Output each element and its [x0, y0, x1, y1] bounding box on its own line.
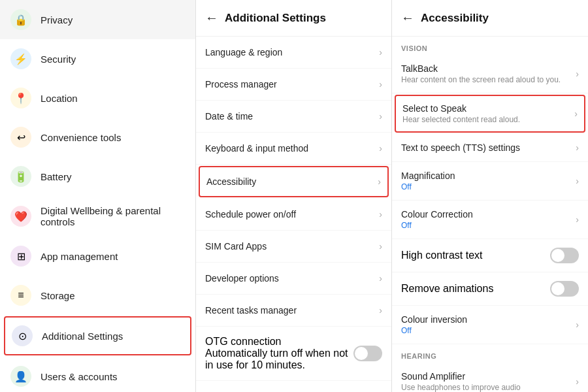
- chevron-icon-simcard: ›: [379, 241, 382, 252]
- right-sub-colour-correction: Off: [401, 221, 473, 230]
- middle-label-datetime: Date & time: [205, 111, 253, 122]
- users-icon: 👤: [10, 366, 31, 387]
- middle-back-arrow[interactable]: ←: [205, 10, 218, 25]
- middle-panel: ← Additional Settings Language & region›…: [196, 0, 392, 392]
- middle-label-simcard: SIM Card Apps: [205, 241, 267, 252]
- middle-item-language[interactable]: Language & region›: [196, 37, 391, 69]
- sidebar-label-storage: Storage: [41, 290, 75, 301]
- right-item-colour-correction[interactable]: Colour CorrectionOff›: [392, 201, 588, 239]
- middle-item-recommendations[interactable]: Get recommendations›: [196, 381, 391, 392]
- middle-item-schedule[interactable]: Schedule power on/off›: [196, 199, 391, 231]
- sidebar-label-security: Security: [41, 54, 76, 65]
- chevron-icon-colour-inversion: ›: [576, 319, 579, 330]
- sidebar-label-battery: Battery: [41, 171, 72, 182]
- sidebar-item-storage[interactable]: ≡Storage: [0, 276, 195, 315]
- chevron-icon-schedule: ›: [379, 209, 382, 220]
- toggle-high-contrast[interactable]: [550, 248, 579, 263]
- right-item-magnification[interactable]: MagnificationOff›: [392, 162, 588, 201]
- sidebar-item-app[interactable]: ⊞App management: [0, 237, 195, 276]
- storage-icon: ≡: [10, 285, 31, 306]
- chevron-icon-select-to-speak: ›: [574, 108, 578, 119]
- right-label-magnification: Magnification: [401, 171, 455, 181]
- convenience-icon: ↩: [10, 127, 31, 148]
- app-icon: ⊞: [10, 246, 31, 267]
- chevron-icon-developer: ›: [379, 273, 382, 284]
- right-label-colour-inversion: Colour inversion: [401, 314, 467, 325]
- privacy-icon: 🔒: [10, 9, 31, 30]
- right-item-tts[interactable]: Text to speech (TTS) settings›: [392, 134, 588, 162]
- right-item-remove-animations[interactable]: Remove animations: [392, 272, 588, 306]
- chevron-icon-accessibility: ›: [378, 176, 381, 187]
- right-label-select-to-speak: Select to Speak: [402, 103, 520, 114]
- middle-item-recent[interactable]: Recent tasks manager›: [196, 295, 391, 327]
- middle-item-keyboard[interactable]: Keyboard & input method›: [196, 133, 391, 165]
- chevron-icon-colour-correction: ›: [576, 214, 579, 225]
- sidebar-label-convenience: Convenience tools: [41, 132, 121, 143]
- sidebar-label-digital: Digital Wellbeing & parental controls: [41, 205, 185, 227]
- chevron-icon-talkback: ›: [576, 69, 579, 79]
- toggle-remove-animations[interactable]: [550, 281, 579, 297]
- security-icon: ⚡: [10, 48, 31, 69]
- sidebar-item-battery[interactable]: 🔋Battery: [0, 157, 195, 196]
- right-item-high-contrast[interactable]: High contrast text: [392, 239, 588, 272]
- middle-label-recent: Recent tasks manager: [205, 305, 297, 316]
- toggle-otg[interactable]: [353, 346, 382, 361]
- left-nav-panel: 🔒Privacy⚡Security📍Location↩Convenience t…: [0, 0, 196, 392]
- right-item-select-to-speak[interactable]: Select to SpeakHear selected content rea…: [395, 95, 585, 133]
- right-label-remove-animations: Remove animations: [401, 283, 493, 295]
- middle-item-simcard[interactable]: SIM Card Apps›: [196, 231, 391, 263]
- sidebar-item-digital[interactable]: ❤️Digital Wellbeing & parental controls: [0, 196, 195, 237]
- right-label-colour-correction: Colour Correction: [401, 209, 473, 220]
- location-icon: 📍: [10, 88, 31, 108]
- middle-sub-otg: Automatically turn off when not in use f…: [205, 348, 353, 371]
- section-label-hearing: HEARING: [392, 344, 588, 363]
- right-header: ← Accessibility: [392, 0, 588, 37]
- digital-icon: ❤️: [10, 206, 31, 227]
- right-label-sound-amplifier: Sound Amplifier: [401, 371, 521, 382]
- chevron-icon-keyboard: ›: [379, 143, 382, 154]
- sidebar-item-users[interactable]: 👤Users & accounts: [0, 357, 195, 392]
- right-sub-sound-amplifier: Use headphones to improve audio: [401, 383, 521, 392]
- middle-label-language: Language & region: [205, 47, 282, 57]
- middle-item-datetime[interactable]: Date & time›: [196, 101, 391, 133]
- chevron-icon-sound-amplifier: ›: [576, 376, 579, 387]
- middle-item-otg[interactable]: OTG connectionAutomatically turn off whe…: [196, 327, 391, 381]
- right-item-colour-inversion[interactable]: Colour inversionOff›: [392, 306, 588, 344]
- chevron-icon-magnification: ›: [576, 176, 579, 186]
- battery-icon: 🔋: [10, 166, 31, 187]
- chevron-icon-recent: ›: [379, 305, 382, 316]
- middle-header: ← Additional Settings: [196, 0, 391, 37]
- middle-label-developer: Developer options: [205, 273, 279, 284]
- middle-item-process[interactable]: Process manager›: [196, 69, 391, 101]
- sidebar-label-users: Users & accounts: [41, 371, 118, 382]
- middle-label-schedule: Schedule power on/off: [205, 209, 296, 220]
- sidebar-item-convenience[interactable]: ↩Convenience tools: [0, 118, 195, 157]
- sidebar-label-location: Location: [41, 93, 78, 104]
- right-item-sound-amplifier[interactable]: Sound AmplifierUse headphones to improve…: [392, 363, 588, 392]
- additional-icon: ⊙: [12, 325, 33, 346]
- section-label-vision: VISION: [392, 37, 588, 55]
- middle-item-accessibility[interactable]: Accessibility›: [199, 166, 389, 197]
- right-panel: ← Accessibility VISIONTalkBackHear conte…: [392, 0, 588, 392]
- middle-item-developer[interactable]: Developer options›: [196, 263, 391, 295]
- sidebar-item-location[interactable]: 📍Location: [0, 78, 195, 118]
- chevron-icon-language: ›: [379, 47, 382, 57]
- right-sub-magnification: Off: [401, 182, 455, 191]
- chevron-icon-tts: ›: [576, 142, 579, 153]
- middle-label-otg: OTG connection: [205, 336, 353, 348]
- right-label-high-contrast: High contrast text: [401, 250, 483, 261]
- right-back-arrow[interactable]: ←: [401, 10, 414, 25]
- right-item-talkback[interactable]: TalkBackHear content on the screen read …: [392, 55, 588, 93]
- chevron-icon-process: ›: [379, 79, 382, 90]
- sidebar-label-additional: Additional Settings: [42, 331, 123, 342]
- sidebar-item-security[interactable]: ⚡Security: [0, 39, 195, 78]
- right-title: Accessibility: [421, 12, 489, 25]
- sidebar-item-privacy[interactable]: 🔒Privacy: [0, 0, 195, 39]
- middle-label-process: Process manager: [205, 79, 277, 90]
- right-sub-colour-inversion: Off: [401, 326, 467, 335]
- sidebar-item-additional[interactable]: ⊙Additional Settings: [4, 316, 191, 355]
- right-sub-talkback: Hear content on the screen read aloud to…: [401, 75, 561, 84]
- middle-title: Additional Settings: [225, 12, 326, 25]
- middle-label-keyboard: Keyboard & input method: [205, 143, 308, 154]
- chevron-icon-datetime: ›: [379, 111, 382, 122]
